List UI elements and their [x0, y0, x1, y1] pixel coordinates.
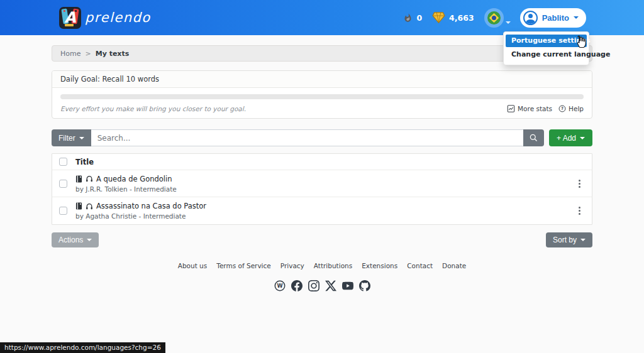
row-options-kebab-icon[interactable]	[576, 177, 583, 190]
main-content: Home > My texts Daily Goal: Recall 10 wo…	[52, 45, 592, 291]
book-icon	[75, 175, 82, 183]
header-right-cluster: 0 4,663 Pablito	[403, 8, 586, 28]
help-question-icon: ?	[558, 105, 566, 112]
table-row: Assassinato na Casa do Pastor by Agatha …	[52, 197, 592, 224]
streak-count: 0	[416, 13, 422, 23]
texts-table: Title A queda de G	[52, 153, 592, 225]
breadcrumb-home-link[interactable]: Home	[60, 50, 80, 58]
logo-base-bar	[65, 24, 74, 26]
language-dropdown-menu: Portuguese settings Change current langu…	[503, 31, 589, 65]
more-stats-link[interactable]: More stats	[507, 105, 552, 112]
goal-footer: Every effort you make will bring you clo…	[60, 105, 584, 112]
language-flag-button[interactable]	[484, 8, 504, 28]
footer-link-contact[interactable]: Contact	[407, 262, 433, 269]
instagram-icon[interactable]	[308, 280, 319, 291]
sort-by-button[interactable]: Sort by	[546, 232, 592, 247]
table-row: A queda de Gondolin by J.R.R. Tolkien - …	[52, 170, 592, 197]
aprelendo-logo-icon: A	[59, 7, 81, 29]
actions-button[interactable]: Actions	[52, 232, 99, 247]
row-checkbox[interactable]	[59, 180, 67, 188]
actions-bar: Actions Sort by	[52, 232, 592, 247]
footer-link-attributions[interactable]: Attributions	[314, 262, 352, 269]
goal-progress-bar	[60, 94, 584, 99]
user-menu-button[interactable]: Pablito	[520, 8, 586, 28]
footer-links: About us Terms of Service Privacy Attrib…	[52, 262, 592, 269]
footer-link-about[interactable]: About us	[178, 262, 208, 269]
footer-link-donate[interactable]: Donate	[442, 262, 466, 269]
chevron-down-icon	[580, 239, 586, 241]
facebook-icon[interactable]	[291, 280, 303, 291]
username: Pablito	[542, 13, 569, 23]
daily-goal-card: Daily Goal: Recall 10 words Every effort…	[52, 70, 592, 119]
streak-counter[interactable]: 0	[403, 13, 422, 23]
row-checkbox[interactable]	[59, 207, 67, 215]
gems-counter[interactable]: 4,663	[432, 12, 474, 23]
row-options-kebab-icon[interactable]	[576, 204, 583, 217]
goal-motivation-text: Every effort you make will bring you clo…	[60, 105, 246, 112]
footer-link-privacy[interactable]: Privacy	[280, 262, 304, 269]
chevron-down-icon	[79, 137, 84, 139]
breadcrumb-separator: >	[85, 50, 91, 58]
menu-item-portuguese-settings[interactable]: Portuguese settings	[506, 35, 587, 47]
title-column-header: Title	[69, 158, 592, 166]
add-button[interactable]: + Add	[549, 129, 592, 146]
user-avatar-icon	[523, 11, 538, 25]
brand-logo[interactable]: A prelendo	[59, 7, 151, 29]
footer-link-extensions[interactable]: Extensions	[362, 262, 397, 269]
svg-text:W: W	[277, 283, 282, 289]
svg-text:?: ?	[561, 106, 564, 111]
footer-link-terms[interactable]: Terms of Service	[216, 262, 271, 269]
text-title-link[interactable]: Assassinato na Casa do Pastor	[75, 202, 567, 210]
search-button[interactable]	[523, 129, 544, 146]
search-toolbar: Filter + Add	[52, 129, 592, 146]
menu-item-change-language[interactable]: Change current language	[506, 48, 587, 61]
headphones-icon	[86, 175, 93, 182]
youtube-icon[interactable]	[342, 280, 353, 291]
goal-links: More stats ? Help	[507, 105, 584, 112]
text-title-link[interactable]: A queda de Gondolin	[75, 175, 567, 183]
chevron-down-icon	[506, 16, 511, 26]
select-all-checkbox[interactable]	[59, 158, 67, 166]
search-icon	[530, 134, 538, 142]
chevron-down-icon	[580, 137, 585, 139]
brazil-flag-icon	[487, 11, 501, 24]
page-footer: About us Terms of Service Privacy Attrib…	[52, 262, 592, 291]
filter-button[interactable]: Filter	[52, 129, 91, 146]
brand-name: prelendo	[85, 10, 151, 25]
text-subtitle: by Agatha Christie - Intermediate	[75, 212, 567, 220]
flame-icon	[403, 13, 413, 23]
social-icons-row: W	[52, 280, 592, 291]
gems-count: 4,663	[449, 13, 474, 23]
daily-goal-body: Every effort you make will bring you clo…	[52, 88, 592, 118]
search-input[interactable]	[91, 129, 523, 146]
chevron-down-icon	[87, 239, 92, 241]
app-header: A prelendo 0 4,663	[0, 0, 644, 35]
chart-icon	[507, 105, 515, 112]
breadcrumb-current: My texts	[96, 50, 130, 58]
table-header-row: Title	[52, 154, 592, 170]
headphones-icon	[86, 203, 93, 210]
github-icon[interactable]	[359, 280, 370, 291]
help-link[interactable]: ? Help	[558, 105, 584, 112]
text-subtitle: by J.R.R. Tolkien - Intermediate	[75, 185, 567, 193]
wordpress-icon[interactable]: W	[274, 280, 286, 291]
browser-status-bar: https://www.aprelendo.com/languages?chg=…	[0, 342, 165, 353]
book-icon	[75, 202, 82, 210]
x-icon[interactable]	[325, 280, 336, 291]
daily-goal-title: Daily Goal: Recall 10 words	[52, 71, 592, 88]
chevron-down-icon	[574, 16, 579, 19]
gem-icon	[432, 12, 445, 23]
